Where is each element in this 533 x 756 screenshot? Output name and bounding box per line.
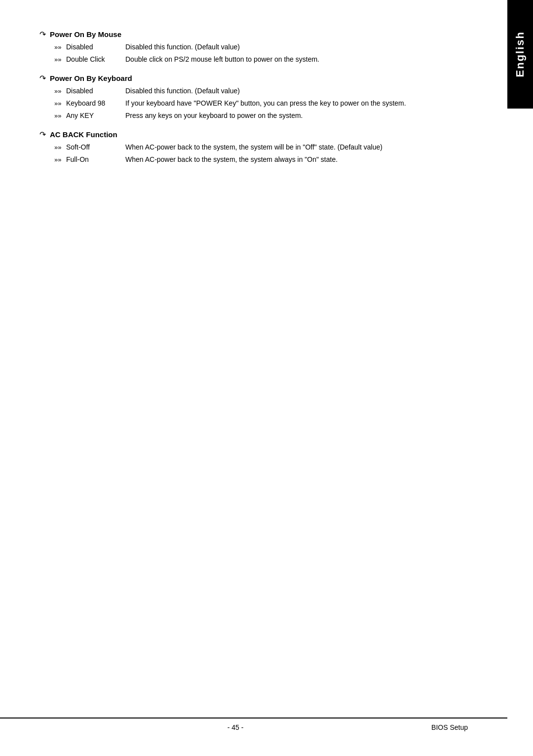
item-key: Keyboard 98 [66,98,125,109]
item-key: Double Click [66,54,125,65]
item-description: Double click on PS/2 mouse left button t… [125,54,319,65]
section-title-power-on-keyboard: Power On By Keyboard [50,74,132,82]
footer: - 45 - BIOS Setup [0,718,507,736]
item-list-power-on-mouse: »»DisabledDisabled this function. (Defau… [54,42,474,65]
item-bullet-icon: »» [54,55,63,65]
section-title-ac-back-function: AC BACK Function [50,130,117,139]
item-bullet-icon: »» [54,99,63,109]
item-key: Full-On [66,154,125,165]
list-item: »»Full-OnWhen AC-power back to the syste… [54,154,474,165]
section-header-power-on-keyboard: ↷Power On By Keyboard [39,74,474,83]
section-icon-power-on-keyboard: ↷ [39,74,46,83]
item-list-ac-back-function: »»Soft-OffWhen AC-power back to the syst… [54,142,474,165]
section-ac-back-function: ↷AC BACK Function»»Soft-OffWhen AC-power… [39,130,474,165]
item-bullet-icon: »» [54,111,63,121]
section-power-on-keyboard: ↷Power On By Keyboard»»DisabledDisabled … [39,74,474,121]
list-item: »»Keyboard 98If your keyboard have "POWE… [54,98,474,109]
section-power-on-mouse: ↷Power On By Mouse»»DisabledDisabled thi… [39,30,474,65]
item-description: Press any keys on your keyboard to power… [125,111,303,121]
item-key: Disabled [66,86,125,96]
item-list-power-on-keyboard: »»DisabledDisabled this function. (Defau… [54,86,474,121]
section-header-ac-back-function: ↷AC BACK Function [39,130,474,139]
item-bullet-icon: »» [54,42,63,52]
footer-right: BIOS Setup [431,723,468,731]
section-header-power-on-mouse: ↷Power On By Mouse [39,30,474,39]
page-content: English ↷Power On By Mouse»»DisabledDisa… [0,0,533,203]
sidebar-text: English [514,31,527,77]
section-icon-power-on-mouse: ↷ [39,30,46,39]
item-description: When AC-power back to the system, the sy… [125,154,338,165]
list-item: »»DisabledDisabled this function. (Defau… [54,86,474,96]
item-key: Disabled [66,42,125,52]
footer-center: - 45 - [228,723,244,731]
sidebar-label: English [507,0,533,109]
section-title-power-on-mouse: Power On By Mouse [50,30,121,38]
list-item: »»Soft-OffWhen AC-power back to the syst… [54,142,474,152]
item-bullet-icon: »» [54,86,63,96]
item-key: Soft-Off [66,142,125,152]
list-item: »»DisabledDisabled this function. (Defau… [54,42,474,52]
list-item: »»Any KEYPress any keys on your keyboard… [54,111,474,121]
item-description: Disabled this function. (Default value) [125,86,240,96]
sections-container: ↷Power On By Mouse»»DisabledDisabled thi… [39,30,474,165]
item-description: If your keyboard have "POWER Key" button… [125,98,406,109]
list-item: »»Double ClickDouble click on PS/2 mouse… [54,54,474,65]
item-bullet-icon: »» [54,155,63,165]
item-key: Any KEY [66,111,125,121]
item-bullet-icon: »» [54,143,63,152]
item-description: Disabled this function. (Default value) [125,42,240,52]
section-icon-ac-back-function: ↷ [39,130,46,139]
item-description: When AC-power back to the system, the sy… [125,142,382,152]
